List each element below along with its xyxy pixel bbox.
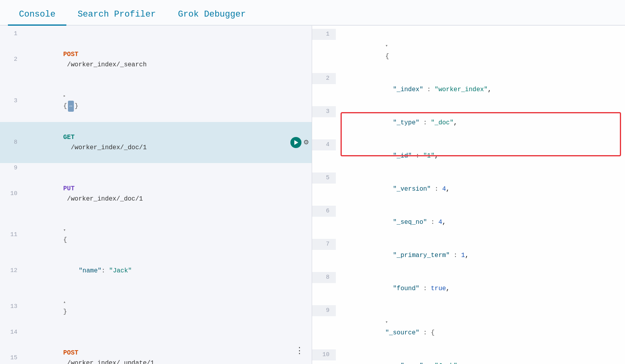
response-line-1: 1 ▾ {: [312, 29, 625, 73]
resp-line-content-6: "_seq_no" : 4,: [336, 206, 625, 239]
response-line-10: 10 "name" : "Jack",: [312, 349, 625, 364]
line-num-11: 11: [0, 230, 24, 240]
line-content-2: POST /worker_index/_search: [24, 39, 312, 80]
fold-icon-11[interactable]: ▾: [63, 225, 69, 231]
response-line-3: 3 "_type" : "_doc",: [312, 106, 625, 139]
response-content: 1 ▾ { 2 "_index" : "worker_index", 3: [312, 26, 625, 364]
resp-line-num-7: 7: [312, 239, 336, 250]
more-options-button[interactable]: ⋮: [295, 345, 304, 356]
resp-fold-1[interactable]: ▾: [385, 40, 391, 46]
url-1: /worker_index/_search: [63, 61, 147, 68]
response-line-2: 2 "_index" : "worker_index",: [312, 73, 625, 106]
response-line-7: 7 "_primary_term" : 1,: [312, 239, 625, 272]
fold-icon-13[interactable]: ▴: [63, 297, 69, 302]
brace-close-13: }: [63, 308, 67, 315]
val-jack: "Jack": [109, 267, 132, 274]
resp-key-type: "_type": [385, 119, 419, 126]
url-2: /worker_index/_doc/1: [63, 144, 147, 151]
resp-key-version: "_version": [385, 186, 431, 193]
resp-line-content-2: "_index" : "worker_index",: [336, 73, 625, 106]
resp-line-content-9: ▾ "_source" : {: [336, 305, 625, 349]
line-content-10: PUT /worker_index/_doc/1: [24, 173, 312, 214]
resp-line-content-3: "_type" : "_doc",: [336, 106, 625, 139]
response-line-5: 5 "_version" : 4,: [312, 173, 625, 206]
brace-11: {: [63, 236, 67, 244]
resp-line-num-3: 3: [312, 106, 336, 117]
resp-line-num-5: 5: [312, 173, 336, 184]
editor-line-14: 14: [0, 327, 312, 338]
key-name: "name": [79, 267, 102, 274]
tab-search-profiler[interactable]: Search Profiler: [66, 9, 167, 25]
editor-line-11: 11 ▾ {: [0, 214, 312, 255]
line-content-12: "name": "Jack": [24, 255, 312, 286]
resp-line-num-1: 1: [312, 29, 336, 40]
resp-line-content-5: "_version" : 4,: [336, 173, 625, 206]
nav-tabs: Console Search Profiler Grok Debugger: [0, 0, 625, 26]
method-post-2: POST: [63, 349, 78, 356]
response-wrapper: 1 ▾ { 2 "_index" : "worker_index", 3: [312, 26, 625, 364]
editor-line-12: 12 "name": "Jack": [0, 255, 312, 286]
url-3: /worker_index/_doc/1: [63, 195, 143, 203]
fold-icon-3[interactable]: ▸: [63, 91, 69, 96]
editor-line-8: 8 GET /worker_index/_doc/1 ⚙: [0, 122, 312, 163]
resp-val-type: "_doc": [431, 119, 454, 126]
editor-line-2: 2 POST /worker_index/_search: [0, 39, 312, 80]
resp-line-content-10: "name" : "Jack",: [336, 349, 625, 364]
brace-open-3: {: [63, 103, 67, 110]
colon-12: :: [102, 267, 109, 274]
editor-line-10: 10 PUT /worker_index/_doc/1: [0, 173, 312, 214]
resp-val-primary-term: 1: [461, 252, 465, 259]
resp-line-content-4: "_id" : "1",: [336, 139, 625, 173]
resp-line-num-6: 6: [312, 206, 336, 217]
response-line-9: 9 ▾ "_source" : {: [312, 305, 625, 349]
line-num-3: 3: [0, 96, 24, 106]
resp-key-primary-term: "_primary_term": [385, 252, 450, 259]
resp-line-num-8: 8: [312, 272, 336, 283]
response-line-8: 8 "found" : true,: [312, 272, 625, 305]
url-4: /worker_index/_update/1: [63, 360, 154, 364]
resp-line-content-7: "_primary_term" : 1,: [336, 239, 625, 272]
response-line-6: 6 "_seq_no" : 4,: [312, 206, 625, 239]
resp-line-content-1: ▾ {: [336, 29, 625, 73]
resp-key-found: "found": [385, 285, 419, 292]
line-num-1: 1: [0, 29, 24, 39]
tab-grok-debugger[interactable]: Grok Debugger: [167, 9, 257, 25]
line-content-3: ▸ {↔}: [24, 80, 312, 122]
editor-panel: 1 2 POST /worker_index/_search 3 ▸ {↔}: [0, 26, 312, 364]
line-num-10: 10: [0, 189, 24, 199]
resp-line-num-4: 4: [312, 139, 336, 150]
line-num-2: 2: [0, 54, 24, 65]
line-content-15: POST /worker_index/_update/1: [24, 338, 312, 364]
resp-line-content-8: "found" : true,: [336, 272, 625, 305]
resp-val-id: "1": [423, 152, 435, 159]
tab-console[interactable]: Console: [8, 9, 66, 25]
resp-key-index: "_index": [385, 86, 423, 93]
resp-brace-1: {: [385, 53, 389, 60]
resp-line-num-2: 2: [312, 73, 336, 84]
method-put-1: PUT: [63, 185, 75, 192]
line-num-12: 12: [0, 266, 24, 276]
resp-line-num-9: 9: [312, 305, 336, 316]
resp-val-found: true: [431, 285, 446, 292]
editor-code-area[interactable]: 1 2 POST /worker_index/_search 3 ▸ {↔}: [0, 26, 312, 364]
line-num-9: 9: [0, 163, 24, 173]
run-button[interactable]: [290, 137, 301, 148]
line-num-15: 15: [0, 353, 24, 363]
editor-line-13: 13 ▴ }: [0, 286, 312, 327]
method-post-1: POST: [63, 51, 78, 58]
line-content-8[interactable]: GET /worker_index/_doc/1: [24, 122, 312, 163]
collapsed-icon-3[interactable]: ↔: [68, 101, 74, 112]
line-actions-8: ⚙: [290, 137, 309, 148]
line-num-14: 14: [0, 327, 24, 338]
line-content-13: ▴ }: [24, 286, 312, 327]
resp-line-num-10: 10: [312, 349, 336, 360]
response-line-4: 4 "_id" : "1",: [312, 139, 625, 173]
resp-val-version: 4: [442, 186, 446, 193]
editor-line-9: 9: [0, 163, 312, 173]
settings-icon[interactable]: ⚙: [304, 137, 309, 148]
editor-line-3: 3 ▸ {↔}: [0, 80, 312, 122]
line-content-11: ▾ {: [24, 214, 312, 255]
resp-key-name: "name": [385, 362, 423, 364]
editor-line-15: 15 POST /worker_index/_update/1: [0, 338, 312, 364]
resp-fold-9[interactable]: ▾: [385, 317, 391, 322]
